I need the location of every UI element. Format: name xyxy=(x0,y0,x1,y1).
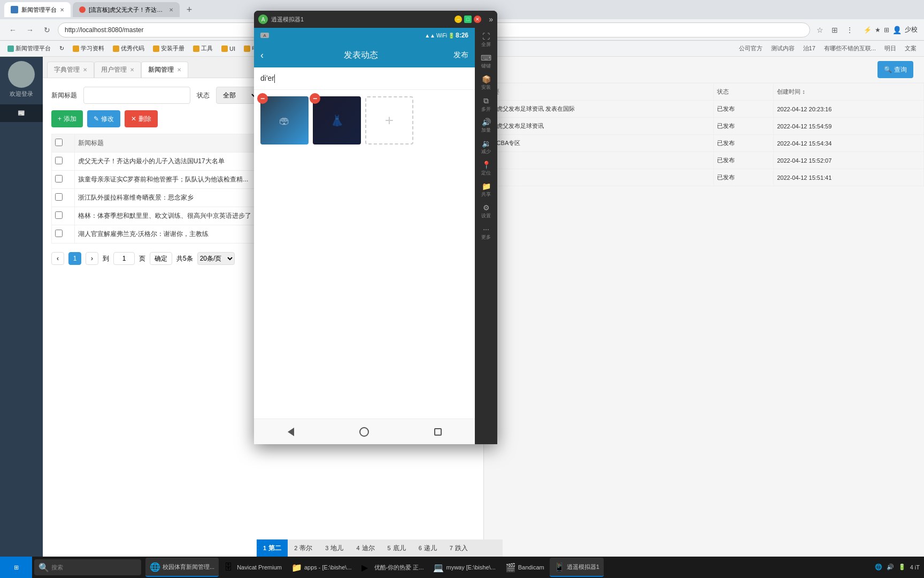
sug-item-6[interactable]: 6 递儿 xyxy=(412,539,443,557)
sug-item-4[interactable]: 4 迪尔 xyxy=(350,539,381,557)
taskbar-app-emulator[interactable]: 📱 逍遥模拟器1 xyxy=(550,558,604,577)
sidebar-multiopen[interactable]: ⧉ 多开 xyxy=(476,94,496,115)
sidebar-share[interactable]: 📁 共享 xyxy=(476,180,496,200)
tab-user[interactable]: 用户管理 ✕ xyxy=(94,62,141,78)
sidebar-fullscreen[interactable]: ⛶ 全屏 xyxy=(476,30,496,50)
ext-icon-2[interactable]: ★ xyxy=(875,26,881,34)
row-checkbox-1[interactable] xyxy=(52,171,75,189)
bookmark-code[interactable]: 优秀代码 xyxy=(110,43,148,54)
emulator-maximize[interactable]: □ xyxy=(464,16,472,23)
refresh-button[interactable]: ↻ xyxy=(41,24,53,36)
sug-item-5[interactable]: 5 底儿 xyxy=(381,539,412,557)
search-title-input[interactable] xyxy=(83,87,190,104)
taskbar-app-apps[interactable]: 📁 apps - [E:\bishe\... xyxy=(287,558,356,577)
bookmark-some[interactable]: 有哪些不错的互联... xyxy=(821,43,879,54)
phone-nav-home[interactable] xyxy=(353,421,375,443)
bookmark-install[interactable]: 安装手册 xyxy=(150,43,188,54)
sidebar-volume-down[interactable]: 🔉 减少 xyxy=(476,137,496,157)
tray-volume[interactable]: 🔊 xyxy=(887,564,894,571)
right-row-status-1[interactable]: 已发布 xyxy=(714,118,774,135)
goto-input[interactable] xyxy=(113,252,135,265)
sidebar-location[interactable]: 📍 定位 xyxy=(476,158,496,179)
phone-nav-back[interactable] xyxy=(280,421,302,443)
bookmark-company[interactable]: 公司官方 xyxy=(736,43,766,54)
tab-news-close[interactable]: ✕ xyxy=(177,67,181,73)
back-button[interactable]: ← xyxy=(6,24,19,36)
delete-button[interactable]: ✕ 删除 xyxy=(125,110,158,127)
ext-icon-3[interactable]: ⊞ xyxy=(884,26,889,34)
select-all-checkbox[interactable] xyxy=(55,139,63,146)
sug-item-2[interactable]: 2 蒂尔 xyxy=(288,539,319,557)
bookmark-tomorrow[interactable]: 明日 xyxy=(881,43,899,54)
per-page-select[interactable]: 20条/页 50条/页 100条/页 xyxy=(197,252,235,265)
emulator-minimize[interactable]: – xyxy=(455,16,462,23)
bookmark-test[interactable]: 测试内容 xyxy=(768,43,798,54)
row-checkbox-0[interactable] xyxy=(52,153,75,171)
phone-back-button[interactable]: ‹ xyxy=(260,50,264,61)
sug-item-7[interactable]: 7 跌入 xyxy=(443,539,474,557)
emulator-close[interactable]: ✕ xyxy=(474,16,481,23)
bookmark-ui[interactable]: UI xyxy=(218,44,238,53)
right-row-status-2[interactable]: 已发布 xyxy=(714,135,774,152)
sidebar-item-news[interactable]: 📰 xyxy=(0,104,43,122)
tab-user-close[interactable]: ✕ xyxy=(130,67,134,73)
taskbar-app-bandicam[interactable]: 🎬 Bandicam xyxy=(501,558,549,577)
menu-icon[interactable]: ⋮ xyxy=(844,25,855,35)
tab-dict[interactable]: 字典管理 ✕ xyxy=(47,62,94,78)
tab-active[interactable]: 新闻管理平台 ✕ xyxy=(4,2,71,17)
bookmark-management[interactable]: 新闻管理平台 xyxy=(4,43,54,54)
tab-inactive[interactable]: [流言板]虎父无犬子！齐达内最... ✕ xyxy=(73,2,180,17)
row-checkbox-4[interactable] xyxy=(52,225,75,244)
bookmark-study[interactable]: 学习资料 xyxy=(70,43,107,54)
taskbar-app-youku[interactable]: ▶ 优酷-你的热爱 正... xyxy=(357,558,428,577)
bookmark-text[interactable]: 文案 xyxy=(902,43,920,54)
search-status-select[interactable]: 全部 已发布 草稿 xyxy=(216,87,259,104)
tab-close-2[interactable]: ✕ xyxy=(169,7,173,13)
photo-add-button[interactable]: + xyxy=(365,96,413,144)
tray-battery[interactable]: 🔋 xyxy=(898,564,906,571)
sug-item-1[interactable]: 1 第二 xyxy=(257,539,288,557)
page-confirm-button[interactable]: 确定 xyxy=(150,252,172,265)
sidebar-volume-up[interactable]: 🔊 加量 xyxy=(476,116,496,136)
expand-icon[interactable]: » xyxy=(489,15,493,24)
right-row-status-3[interactable]: 已发布 xyxy=(714,152,774,169)
photo-img-1[interactable]: 🏟 xyxy=(260,96,309,144)
sug-item-3[interactable]: 3 地儿 xyxy=(319,539,350,557)
add-button[interactable]: + 添加 xyxy=(51,110,83,127)
query-button[interactable]: 🔍 查询 xyxy=(877,61,913,78)
sidebar-settings[interactable]: ⚙ 设置 xyxy=(476,201,496,222)
taskbar-app-navicat[interactable]: 🗄 Navicat Premium xyxy=(220,558,286,577)
start-button[interactable]: ⊞ xyxy=(0,557,32,578)
bookmark-refresh[interactable]: ↻ xyxy=(56,44,67,53)
right-row-status-4[interactable]: 已发布 xyxy=(714,169,774,186)
user-icon[interactable]: 👤 xyxy=(892,26,902,34)
photo-img-2[interactable]: 👗 xyxy=(313,96,361,144)
taskbar-search[interactable]: 🔍 搜索 xyxy=(34,559,141,575)
edit-button[interactable]: ✎ 修改 xyxy=(87,110,120,127)
forward-button[interactable]: → xyxy=(24,24,36,36)
sidebar-more[interactable]: ··· 更多 xyxy=(476,223,496,243)
taskbar-app-myway[interactable]: 💻 myway [E:\bishe\... xyxy=(429,558,499,577)
bookmark-tools[interactable]: 工具 xyxy=(190,43,216,54)
sidebar-keyboard[interactable]: ⌨ 键键 xyxy=(476,51,496,72)
ext-icon-1[interactable]: ⚡ xyxy=(864,26,872,34)
phone-publish-button[interactable]: 发布 xyxy=(453,50,468,60)
tray-network[interactable]: 🌐 xyxy=(875,564,882,571)
new-tab-button[interactable]: + xyxy=(182,2,197,17)
page-1-button[interactable]: 1 xyxy=(68,252,81,265)
phone-text-area[interactable]: di'er xyxy=(254,67,475,90)
row-checkbox-2[interactable] xyxy=(52,189,75,207)
bookmark-cure[interactable]: 治17 xyxy=(800,43,819,54)
tab-close-1[interactable]: ✕ xyxy=(60,7,64,13)
phone-nav-recents[interactable] xyxy=(427,421,449,443)
right-row-status-0[interactable]: 已发布 xyxy=(714,101,774,118)
prev-page-button[interactable]: ‹ xyxy=(51,252,64,265)
star-icon[interactable]: ☆ xyxy=(814,25,825,35)
bookmark-icon[interactable]: ⊞ xyxy=(829,25,840,35)
tab-news[interactable]: 新闻管理 ✕ xyxy=(141,62,188,78)
tab-dict-close[interactable]: ✕ xyxy=(83,67,87,73)
next-page-button[interactable]: › xyxy=(86,252,98,265)
taskbar-app-browser[interactable]: 🌐 校园体育新闻管理... xyxy=(145,558,219,577)
sidebar-install[interactable]: 📦 安装 xyxy=(476,73,496,93)
row-checkbox-3[interactable] xyxy=(52,207,75,225)
